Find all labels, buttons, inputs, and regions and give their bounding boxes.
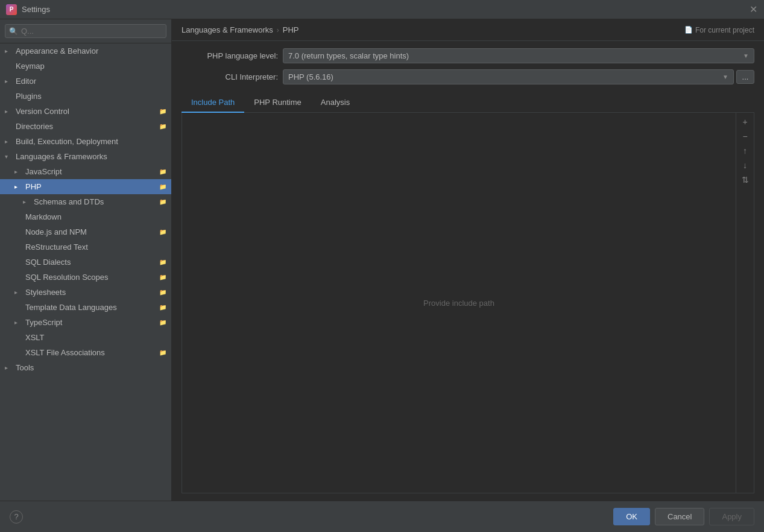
sidebar-item-xslt-file-assoc[interactable]: XSLT File Associations📁: [0, 345, 171, 360]
breadcrumb-current: PHP: [283, 25, 299, 34]
search-wrap[interactable]: 🔍: [5, 24, 166, 38]
arrow-icon-build: ▸: [5, 138, 13, 145]
sidebar-label-markdown: Markdown: [25, 212, 166, 221]
sidebar-item-directories[interactable]: Directories📁: [0, 119, 171, 134]
sidebar-label-keymap: Keymap: [16, 62, 166, 71]
arrow-icon-editor: ▸: [5, 78, 13, 84]
sidebar-label-schemas-dtds: Schemas and DTDs: [34, 197, 157, 206]
folder-icon-php: 📁: [159, 183, 166, 190]
sidebar-label-sql-dialects: SQL Dialects: [25, 258, 157, 267]
arrow-icon-php: ▸: [14, 183, 23, 190]
sidebar-items-container: ▸Appearance & BehaviorKeymap▸EditorPlugi…: [0, 43, 171, 375]
sidebar-item-xslt[interactable]: XSLT: [0, 330, 171, 345]
sidebar-label-lang-frameworks: Languages & Frameworks: [16, 152, 166, 161]
settings-body: PHP language level: 7.0 (return types, s…: [172, 41, 764, 501]
cli-interpreter-select-wrap: PHP (5.6.16) ▼ ...: [283, 69, 754, 84]
arrow-icon-typescript: ▸: [14, 319, 23, 326]
sidebar-item-schemas-dtds[interactable]: ▸Schemas and DTDs📁: [0, 194, 171, 209]
include-list: Provide include path: [182, 113, 736, 493]
sidebar-item-build[interactable]: ▸Build, Execution, Deployment: [0, 134, 171, 149]
sidebar-label-editor: Editor: [16, 77, 166, 86]
cli-interpreter-row: CLI Interpreter: PHP (5.6.16) ▼ ...: [182, 69, 754, 84]
cli-interpreter-arrow: ▼: [722, 74, 728, 80]
sidebar-item-lang-frameworks[interactable]: ▾Languages & Frameworks: [0, 149, 171, 164]
settings-tabs: Include PathPHP RuntimeAnalysis: [182, 93, 754, 113]
sidebar-item-markdown[interactable]: Markdown: [0, 209, 171, 224]
sidebar-item-sql-resolution[interactable]: SQL Resolution Scopes📁: [0, 270, 171, 285]
footer: ? OK Cancel Apply: [0, 501, 764, 532]
ok-button[interactable]: OK: [613, 508, 650, 525]
sidebar-label-php: PHP: [25, 182, 157, 191]
arrow-icon-javascript: ▸: [14, 168, 23, 175]
cli-interpreter-value: PHP (5.6.16): [288, 72, 333, 81]
tab-include-path[interactable]: Include Path: [182, 93, 244, 113]
cli-interpreter-label: CLI Interpreter:: [182, 72, 278, 81]
window-title: Settings: [22, 5, 50, 14]
toolbar-sort-button[interactable]: ⇅: [739, 173, 752, 186]
sidebar-item-plugins[interactable]: Plugins: [0, 89, 171, 104]
footer-left: ?: [10, 510, 23, 524]
sidebar-item-keymap[interactable]: Keymap: [0, 59, 171, 74]
arrow-icon-tools: ▸: [5, 364, 13, 371]
sidebar-item-stylesheets[interactable]: ▸Stylesheets📁: [0, 285, 171, 300]
sidebar-item-template-data[interactable]: Template Data Languages📁: [0, 300, 171, 315]
title-bar-left: P Settings: [6, 4, 50, 15]
sidebar-item-php[interactable]: ▸PHP📁: [0, 179, 171, 194]
toolbar-remove-button[interactable]: −: [739, 130, 752, 143]
sidebar-label-restructured: ReStructured Text: [25, 242, 166, 252]
include-panel: Provide include path +−↑↓⇅: [182, 113, 754, 493]
apply-button[interactable]: Apply: [709, 508, 754, 525]
toolbar-down-button[interactable]: ↓: [739, 159, 752, 172]
folder-icon-nodejs-npm: 📁: [159, 229, 166, 235]
help-button[interactable]: ?: [10, 510, 23, 524]
folder-icon-sql-resolution: 📁: [159, 274, 166, 280]
sidebar-item-javascript[interactable]: ▸JavaScript📁: [0, 164, 171, 179]
sidebar-label-version-control: Version Control: [16, 107, 157, 116]
tab-php-runtime[interactable]: PHP Runtime: [244, 93, 311, 113]
toolbar-add-button[interactable]: +: [739, 115, 752, 128]
arrow-icon-appearance: ▸: [5, 48, 13, 54]
sidebar-label-stylesheets: Stylesheets: [25, 288, 157, 297]
sidebar-item-sql-dialects[interactable]: SQL Dialects📁: [0, 255, 171, 270]
php-language-level-label: PHP language level:: [182, 51, 278, 60]
php-language-level-arrow: ▼: [743, 52, 749, 59]
sidebar-label-sql-resolution: SQL Resolution Scopes: [25, 273, 157, 282]
title-bar: P Settings ✕: [0, 0, 764, 19]
sidebar-item-restructured[interactable]: ReStructured Text: [0, 239, 171, 255]
sidebar-item-typescript[interactable]: ▸TypeScript📁: [0, 315, 171, 330]
folder-icon-sql-dialects: 📁: [159, 259, 166, 265]
sidebar-label-javascript: JavaScript: [25, 167, 157, 176]
sidebar-label-build: Build, Execution, Deployment: [16, 137, 166, 146]
toolbar-up-button[interactable]: ↑: [739, 144, 752, 157]
arrow-icon-schemas-dtds: ▸: [23, 198, 31, 205]
sidebar-item-appearance[interactable]: ▸Appearance & Behavior: [0, 43, 171, 59]
close-button[interactable]: ✕: [748, 5, 758, 14]
sidebar-item-editor[interactable]: ▸Editor: [0, 74, 171, 89]
breadcrumb-bar: Languages & Frameworks › PHP 📄 For curre…: [172, 19, 764, 41]
folder-icon-stylesheets: 📁: [159, 289, 166, 296]
tab-analysis[interactable]: Analysis: [311, 93, 359, 113]
sidebar-label-plugins: Plugins: [16, 92, 166, 101]
sidebar-label-appearance: Appearance & Behavior: [16, 46, 166, 55]
include-toolbar: +−↑↓⇅: [736, 113, 754, 493]
sidebar-label-directories: Directories: [16, 122, 157, 131]
include-empty-label: Provide include path: [423, 299, 494, 308]
cancel-button[interactable]: Cancel: [655, 508, 704, 525]
folder-icon-version-control: 📁: [159, 108, 166, 115]
content-area: Languages & Frameworks › PHP 📄 For curre…: [172, 19, 764, 501]
arrow-icon-stylesheets: ▸: [14, 289, 23, 296]
php-language-level-select[interactable]: 7.0 (return types, scalar type hints) ▼: [283, 48, 754, 63]
cli-interpreter-select[interactable]: PHP (5.6.16) ▼: [283, 69, 734, 84]
cli-interpreter-browse-button[interactable]: ...: [736, 70, 754, 84]
folder-icon-typescript: 📁: [159, 319, 166, 326]
php-language-level-select-wrap: 7.0 (return types, scalar type hints) ▼: [283, 48, 754, 63]
sidebar-item-version-control[interactable]: ▸Version Control📁: [0, 104, 171, 119]
search-box: 🔍: [0, 19, 171, 43]
search-input[interactable]: [21, 27, 162, 36]
sidebar-item-tools[interactable]: ▸Tools: [0, 360, 171, 375]
sidebar-item-nodejs-npm[interactable]: Node.js and NPM📁: [0, 224, 171, 239]
folder-icon-schemas-dtds: 📁: [159, 198, 166, 205]
folder-icon-javascript: 📁: [159, 168, 166, 175]
arrow-icon-version-control: ▸: [5, 108, 13, 115]
sidebar-label-template-data: Template Data Languages: [25, 303, 157, 312]
